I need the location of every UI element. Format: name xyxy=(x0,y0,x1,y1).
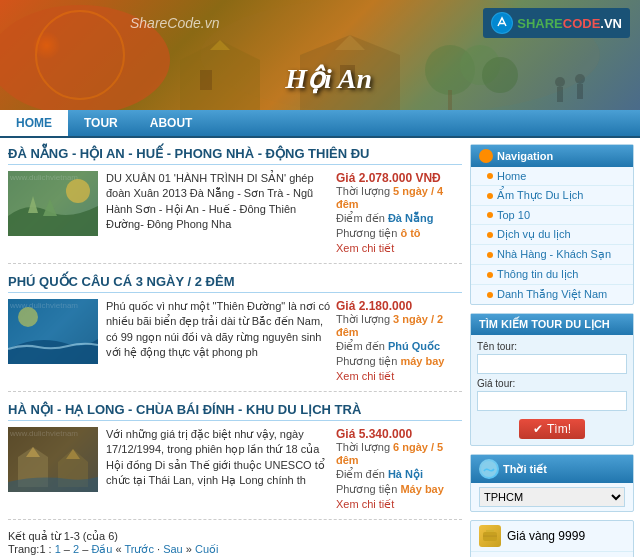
svg-point-0 xyxy=(32,7,128,103)
tour-thumb-1: www.dulichvietnam xyxy=(8,171,98,236)
search-label-price: Giá tour: xyxy=(477,378,627,389)
sidebar-item-top10-label: Top 10 xyxy=(497,209,530,221)
search-header: TÌM KIẾM TOUR DU LỊCH xyxy=(471,314,633,335)
sidebar: Navigation Home Ẩm Thực Du Lịch Top 10 D… xyxy=(470,138,640,557)
bullet-icon xyxy=(487,232,493,238)
search-button[interactable]: ✔ Tìm! xyxy=(519,419,585,439)
sidebar-item-home[interactable]: Home xyxy=(471,167,633,186)
tour-dest-row-3: Điểm đến Hà Nội xyxy=(336,468,462,481)
svg-point-14 xyxy=(66,179,90,203)
tour-transport-row-3: Phương tiện Máy bay xyxy=(336,483,462,496)
logo-green: SHARE xyxy=(517,16,563,31)
tour-desc-1: DU XUÂN 01 'HÀNH TRÌNH DI SẢN' ghép đoàn… xyxy=(106,171,332,255)
header: ShareCode.vn Hội An SHARECODE.VN xyxy=(0,0,640,110)
nav-about[interactable]: ABOUT xyxy=(134,110,209,136)
bullet-icon xyxy=(487,212,493,218)
search-box: TÌM KIẾM TOUR DU LỊCH Tên tour: Giá tour… xyxy=(470,313,634,446)
nav-header-icon xyxy=(479,149,493,163)
header-title: Hội An xyxy=(285,62,372,95)
tour-info-1: Giá 2.078.000 VNĐ Thời lượng 5 ngày / 4 … xyxy=(332,171,462,255)
svg-point-8 xyxy=(555,77,565,87)
search-input-name[interactable] xyxy=(477,354,627,374)
weather-content: TPHCM xyxy=(471,483,633,511)
svg-rect-7 xyxy=(448,90,452,110)
sidebar-item-attractions-label: Danh Thắng Việt Nam xyxy=(497,288,607,301)
tour-title-link-3[interactable]: HÀ NỘI - HẠ LONG - CHÙA BÁI ĐÍNH - KHU D… xyxy=(8,402,361,417)
sidebar-item-hotel[interactable]: Nhà Hàng - Khách Sạn xyxy=(471,245,633,265)
tour-duration-2: 3 ngày / 2 đêm xyxy=(336,313,443,338)
sidebar-item-home-label: Home xyxy=(497,170,526,182)
result-text: Kết quả từ 1-3 (của 6) xyxy=(8,530,462,543)
gold-icon xyxy=(479,525,501,547)
tour-title-link-2[interactable]: PHÚ QUỐC CÂU CÁ 3 NGÀY / 2 ĐÊM xyxy=(8,274,234,289)
sidebar-nav-header: Navigation xyxy=(471,145,633,167)
sidebar-item-services-label: Dịch vụ du lịch xyxy=(497,228,571,241)
site-watermark: ShareCode.vn xyxy=(130,15,220,31)
tour-transport-3: Máy bay xyxy=(400,483,443,495)
rate-row: Tỷ giá Đang cập nhật... xyxy=(471,552,633,557)
tour-price-3: Giá 5.340.000 xyxy=(336,427,462,441)
sidebar-nav-title: Navigation xyxy=(497,150,553,162)
weather-header: Thời tiết xyxy=(471,455,633,483)
weather-select[interactable]: TPHCM xyxy=(479,487,625,507)
tour-detail-link-3[interactable]: Xem chi tiết xyxy=(336,498,394,510)
tour-dest-1: Đà Nẵng xyxy=(388,212,434,224)
sidebar-item-info[interactable]: Thông tin du lịch xyxy=(471,265,633,285)
tour-duration-1: 5 ngày / 4 đêm xyxy=(336,185,443,210)
weather-box: Thời tiết TPHCM xyxy=(470,454,634,512)
tour-transport-1: ô tô xyxy=(400,227,420,239)
tour-section-title-1: ĐÀ NẴNG - HỘI AN - HUẾ - PHONG NHÀ - ĐỘN… xyxy=(8,146,462,165)
svg-rect-9 xyxy=(557,87,563,102)
navbar: HOME TOUR ABOUT xyxy=(0,110,640,138)
logo-icon xyxy=(491,12,513,34)
sidebar-item-hotel-label: Nhà Hàng - Khách Sạn xyxy=(497,248,611,261)
bullet-icon xyxy=(487,292,493,298)
nav-tour[interactable]: TOUR xyxy=(68,110,134,136)
page-link-first[interactable]: Đầu xyxy=(91,543,112,555)
sidebar-item-attractions[interactable]: Danh Thắng Việt Nam xyxy=(471,285,633,304)
tour-transport-row-1: Phương tiện ô tô xyxy=(336,227,462,240)
content-area: ĐÀ NẴNG - HỘI AN - HUẾ - PHONG NHÀ - ĐỘN… xyxy=(0,138,470,557)
page-link-prev[interactable]: Trước xyxy=(125,543,154,555)
pagination: Kết quả từ 1-3 (của 6) Trang:1 : 1 – 2 –… xyxy=(8,530,462,556)
logo-suffix: .VN xyxy=(600,16,622,31)
page-link-last[interactable]: Cuối xyxy=(195,543,219,555)
tour-desc-2: Phú quốc vì như một "Thiên Đường" là nơi… xyxy=(106,299,332,383)
tour-item-3: www.dulichvietnam Với những giá trị đặc … xyxy=(8,427,462,520)
tour-title-link-1[interactable]: ĐÀ NẴNG - HỘI AN - HUẾ - PHONG NHÀ - ĐỘN… xyxy=(8,146,370,161)
sidebar-item-services[interactable]: Dịch vụ du lịch xyxy=(471,225,633,245)
info-box: Giá vàng 9999 Tỷ giá Đang cập nhật... xyxy=(470,520,634,557)
tour-duration-row-1: Thời lượng 5 ngày / 4 đêm xyxy=(336,185,462,210)
tour-item-1: www.dulichvietnam DU XUÂN 01 'HÀNH TRÌNH… xyxy=(8,171,462,264)
tour-price-1: Giá 2.078.000 VNĐ xyxy=(336,171,462,185)
svg-point-6 xyxy=(482,57,518,93)
search-label-name: Tên tour: xyxy=(477,341,627,352)
sidebar-item-food[interactable]: Ẩm Thực Du Lịch xyxy=(471,186,633,206)
sidebar-nav: Navigation Home Ẩm Thực Du Lịch Top 10 D… xyxy=(470,144,634,305)
tour-price-2: Giá 2.180.000 xyxy=(336,299,462,313)
tour-detail-link-1[interactable]: Xem chi tiết xyxy=(336,242,394,254)
tour-duration-row-3: Thời lượng 6 ngày / 5 đêm xyxy=(336,441,462,466)
sidebar-item-food-label: Ẩm Thực Du Lịch xyxy=(497,189,583,202)
bullet-icon xyxy=(487,173,493,179)
page-link-2[interactable]: 2 xyxy=(73,543,79,555)
weather-icon xyxy=(479,459,499,479)
tour-detail-link-2[interactable]: Xem chi tiết xyxy=(336,370,394,382)
tour-dest-2: Phú Quốc xyxy=(388,340,440,352)
tour-duration-row-2: Thời lượng 3 ngày / 2 đêm xyxy=(336,313,462,338)
svg-point-16 xyxy=(18,307,38,327)
nav-home[interactable]: HOME xyxy=(0,110,68,136)
logo-red: CODE xyxy=(563,16,601,31)
page-link-1[interactable]: 1 xyxy=(55,543,61,555)
tour-thumb-3: www.dulichvietnam xyxy=(8,427,98,492)
page-link-next[interactable]: Sau xyxy=(163,543,183,555)
sidebar-item-top10[interactable]: Top 10 xyxy=(471,206,633,225)
search-icon: ✔ xyxy=(533,422,543,436)
search-input-price[interactable] xyxy=(477,391,627,411)
page-info: Trang:1 : 1 – 2 – Đầu « Trước · Sau » Cu… xyxy=(8,543,462,556)
tour-transport-2: máy bay xyxy=(400,355,444,367)
weather-title: Thời tiết xyxy=(503,463,547,476)
bullet-icon xyxy=(487,193,493,199)
main-container: ĐÀ NẴNG - HỘI AN - HUẾ - PHONG NHÀ - ĐỘN… xyxy=(0,138,640,557)
bullet-icon xyxy=(487,252,493,258)
